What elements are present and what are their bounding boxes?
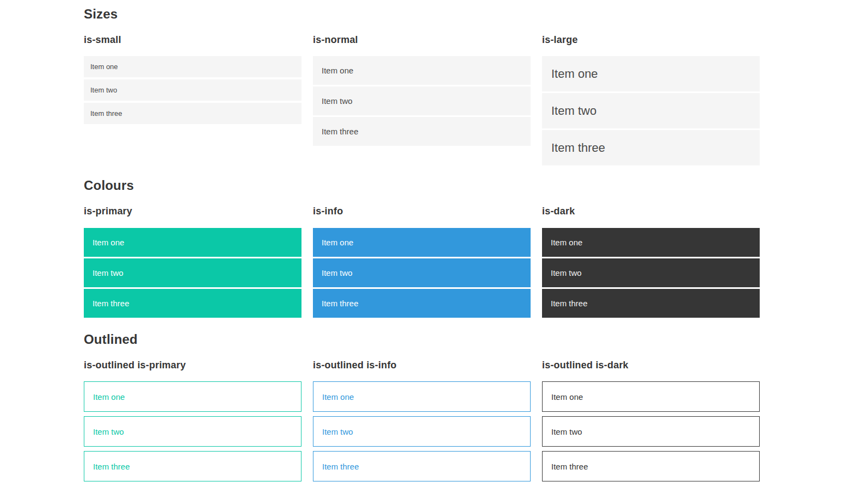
list-group-caption: is-dark [542,206,760,218]
list-item[interactable]: Item two [313,258,531,287]
list-item[interactable]: Item three [313,117,531,146]
list-item[interactable]: Item three [542,451,760,481]
list-group-caption: is-outlined is-info [313,360,531,372]
list-item[interactable]: Item three [84,451,301,481]
list-item[interactable]: Item two [84,416,301,447]
list-item[interactable]: Item two [542,258,760,287]
list-group-is-info: is-info Item one Item two Item three [313,206,531,318]
list-item[interactable]: Item one [84,228,301,257]
list-outlined-info: Item one Item two Item three [313,381,531,481]
list-item[interactable]: Item one [313,56,531,85]
sizes-columns: is-small Item one Item two Item three is… [84,34,760,168]
list-group-caption: is-outlined is-primary [84,360,301,372]
list-group-is-outlined-is-dark: is-outlined is-dark Item one Item two It… [542,360,760,486]
list-group-caption: is-large [542,34,760,46]
list-item[interactable]: Item one [84,56,301,77]
list-info: Item one Item two Item three [313,228,531,318]
list-primary: Item one Item two Item three [84,228,301,318]
list-item[interactable]: Item three [84,289,301,318]
list-group-is-outlined-is-primary: is-outlined is-primary Item one Item two… [84,360,301,486]
list-normal: Item one Item two Item three [313,56,531,146]
list-item[interactable]: Item one [542,381,760,412]
section-title-outlined: Outlined [84,332,760,348]
list-group-caption: is-info [313,206,531,218]
list-group-caption: is-small [84,34,301,46]
colours-columns: is-primary Item one Item two Item three … [84,206,760,318]
list-group-is-small: is-small Item one Item two Item three [84,34,301,127]
list-group-is-normal: is-normal Item one Item two Item three [313,34,531,148]
list-item[interactable]: Item three [313,451,531,481]
section-outlined: Outlined is-outlined is-primary Item one… [84,332,760,486]
list-item[interactable]: Item two [542,416,760,447]
list-large: Item one Item two Item three [542,56,760,165]
list-group-caption: is-outlined is-dark [542,360,760,372]
list-item[interactable]: Item one [84,381,301,412]
list-small: Item one Item two Item three [84,56,301,124]
list-outlined-primary: Item one Item two Item three [84,381,301,481]
section-title-sizes: Sizes [84,7,760,22]
section-title-colours: Colours [84,178,760,194]
list-item[interactable]: Item three [542,130,760,165]
list-item[interactable]: Item two [84,258,301,287]
list-item[interactable]: Item one [542,228,760,257]
list-item[interactable]: Item three [84,103,301,124]
list-item[interactable]: Item three [313,289,531,318]
list-group-is-dark: is-dark Item one Item two Item three [542,206,760,318]
list-group-is-primary: is-primary Item one Item two Item three [84,206,301,318]
list-group-is-outlined-is-info: is-outlined is-info Item one Item two It… [313,360,531,486]
list-item[interactable]: Item three [542,289,760,318]
list-item[interactable]: Item two [313,87,531,115]
list-group-caption: is-normal [313,34,531,46]
list-dark: Item one Item two Item three [542,228,760,318]
list-item[interactable]: Item two [84,79,301,101]
list-item[interactable]: Item one [542,56,760,91]
outlined-columns: is-outlined is-primary Item one Item two… [84,360,760,486]
list-item[interactable]: Item one [313,381,531,412]
list-outlined-dark: Item one Item two Item three [542,381,760,481]
list-item[interactable]: Item two [313,416,531,447]
list-item[interactable]: Item two [542,93,760,128]
list-group-caption: is-primary [84,206,301,218]
section-colours: Colours is-primary Item one Item two Ite… [84,178,760,317]
list-item[interactable]: Item one [313,228,531,257]
list-group-is-large: is-large Item one Item two Item three [542,34,760,168]
section-sizes: Sizes is-small Item one Item two Item th… [84,7,760,167]
